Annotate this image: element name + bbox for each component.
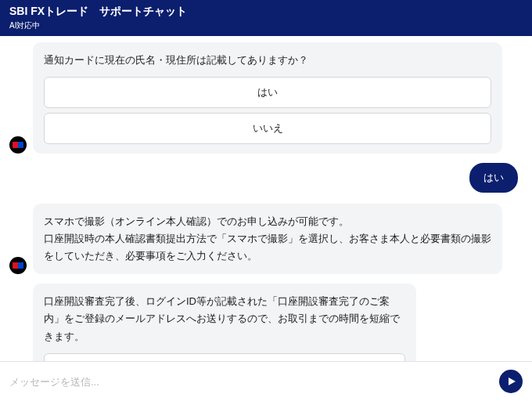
send-button[interactable] xyxy=(499,370,523,393)
question-text: 通知カードに現在の氏名・現住所は記載してありますか？ xyxy=(44,52,491,69)
user-bubble: はい xyxy=(469,163,518,193)
header-title: SBI FXトレード サポートチャット xyxy=(9,5,523,19)
chat-scroll-area[interactable]: 通知カードに現在の氏名・現住所は記載してありますか？ はい いいえ はい スマホ… xyxy=(0,36,532,361)
info2-text: 口座開設審査完了後、ログインID等が記載された「口座開設審査完了のご案内」をご登… xyxy=(44,293,405,345)
bot-bubble-info2: 口座開設審査完了後、ログインID等が記載された「口座開設審査完了のご案内」をご登… xyxy=(33,284,416,361)
bot-message-row-2: スマホで撮影（オンライン本人確認）でのお申し込みが可能です。 口座開設時の本人確… xyxy=(9,204,523,274)
info-detail-button[interactable]: スマホで撮影（オンライン本人確認）とは xyxy=(44,353,405,361)
header-status: AI対応中 xyxy=(9,20,523,31)
send-icon xyxy=(509,378,516,385)
bot-message-row-3: 口座開設審査完了後、ログインID等が記載された「口座開設審査完了のご案内」をご登… xyxy=(9,284,523,361)
choice-no-button[interactable]: いいえ xyxy=(44,113,491,144)
message-input[interactable] xyxy=(9,376,493,388)
bot-message-row: 通知カードに現在の氏名・現住所は記載してありますか？ はい いいえ xyxy=(9,42,523,154)
bot-avatar xyxy=(9,136,27,154)
bot-bubble-info1: スマホで撮影（オンライン本人確認）でのお申し込みが可能です。 口座開設時の本人確… xyxy=(33,204,502,274)
input-bar xyxy=(0,361,532,401)
chat-header: SBI FXトレード サポートチャット AI対応中 xyxy=(0,0,532,36)
choice-yes-button[interactable]: はい xyxy=(44,77,491,108)
bot-bubble-question: 通知カードに現在の氏名・現住所は記載してありますか？ はい いいえ xyxy=(33,42,502,154)
user-message-row: はい xyxy=(9,163,523,193)
bot-avatar xyxy=(9,257,27,274)
